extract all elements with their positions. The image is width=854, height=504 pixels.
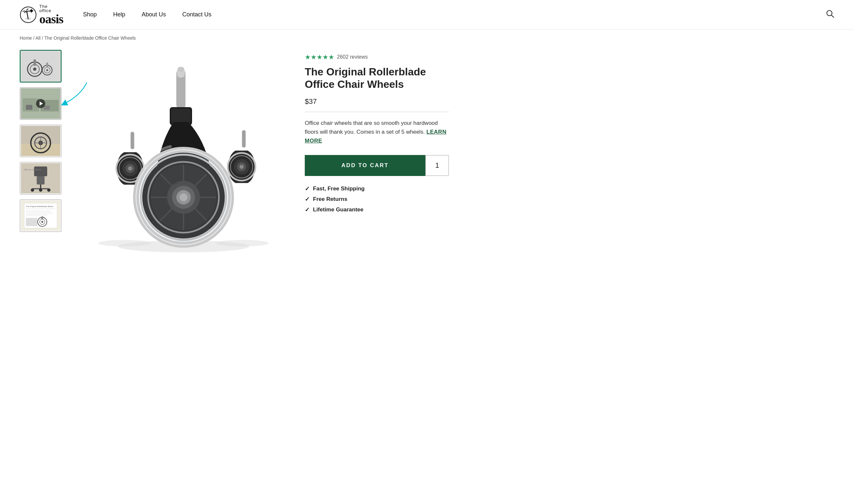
perk-shipping-text: Fast, Free Shipping xyxy=(313,185,365,192)
nav-about[interactable]: About Us xyxy=(142,11,166,18)
svg-rect-71 xyxy=(171,108,191,124)
main-nav: Shop Help About Us Contact Us xyxy=(83,11,826,18)
product-price: $37 xyxy=(305,97,449,106)
breadcrumb-home[interactable]: Home xyxy=(20,35,32,41)
svg-point-60 xyxy=(128,166,132,170)
svg-point-53 xyxy=(98,240,151,247)
perk-returns-text: Free Returns xyxy=(313,196,347,202)
thumbnail-4[interactable]: Safe for all floors. xyxy=(20,162,61,195)
perk-guarantee: ✓ Lifetime Guarantee xyxy=(305,206,449,213)
svg-point-35 xyxy=(31,188,34,192)
svg-rect-69 xyxy=(178,67,184,72)
svg-point-37 xyxy=(47,188,51,192)
breadcrumb: Home / All / The Original Rollerblade Of… xyxy=(0,30,854,47)
thumb-chair-svg: Safe for all floors. xyxy=(21,163,60,193)
svg-rect-17 xyxy=(46,62,48,67)
logo[interactable]: The office oasis xyxy=(20,4,63,25)
desc-text: Office chair wheels that are so smooth y… xyxy=(305,120,438,135)
svg-line-8 xyxy=(831,15,834,17)
product-description: Office chair wheels that are so smooth y… xyxy=(305,119,449,145)
logo-icon xyxy=(20,6,37,23)
svg-rect-50 xyxy=(26,218,37,226)
star-rating: ★★★★★ xyxy=(305,53,334,61)
breadcrumb-current: The Original Rollerblade Office Chair Wh… xyxy=(44,35,136,41)
thumbnail-5[interactable]: The Original Rollerblade Wheel xyxy=(20,199,61,232)
svg-point-16 xyxy=(46,69,48,71)
svg-rect-32 xyxy=(37,176,44,184)
video-overlay xyxy=(20,88,61,119)
review-count: 2602 reviews xyxy=(337,54,368,60)
svg-rect-61 xyxy=(242,130,246,147)
product-title: The Original Rollerblade Office Chair Wh… xyxy=(305,66,449,91)
quantity-display[interactable]: 1 xyxy=(425,155,449,176)
svg-rect-31 xyxy=(34,166,47,176)
main-product-image: oasis xyxy=(72,50,295,259)
logo-the: The xyxy=(39,4,63,8)
thumbnail-list: Safe for all floors. The Original Roller… xyxy=(20,50,62,259)
perk-guarantee-text: Lifetime Guarantee xyxy=(313,206,363,213)
svg-point-0 xyxy=(20,7,36,23)
nav-help[interactable]: Help xyxy=(113,11,125,18)
check-icon-1: ✓ xyxy=(305,185,310,192)
svg-rect-13 xyxy=(33,59,36,66)
svg-point-2 xyxy=(30,10,33,12)
perk-returns: ✓ Free Returns xyxy=(305,196,449,203)
play-button[interactable] xyxy=(36,99,45,108)
thumb-floor-svg xyxy=(21,126,60,156)
perk-shipping: ✓ Fast, Free Shipping xyxy=(305,185,449,192)
check-icon-3: ✓ xyxy=(305,206,310,213)
svg-point-36 xyxy=(39,188,42,192)
stars-row: ★★★★★ 2602 reviews xyxy=(305,53,449,61)
thumbnail-2[interactable] xyxy=(20,87,61,120)
svg-rect-9 xyxy=(21,51,60,81)
svg-point-85 xyxy=(136,150,231,245)
logo-text: The office oasis xyxy=(39,4,63,25)
svg-point-54 xyxy=(216,240,269,247)
svg-text:Safe for all floors.: Safe for all floors. xyxy=(23,168,42,171)
thumbnail-3[interactable] xyxy=(20,125,61,157)
header: The office oasis Shop Help About Us Cont… xyxy=(0,0,854,30)
thumbnail-1[interactable] xyxy=(20,50,61,83)
cart-row: ADD TO CART 1 xyxy=(305,155,449,176)
thumb-wheel-svg-1 xyxy=(21,51,60,81)
price-divider xyxy=(305,112,449,112)
product-area: Safe for all floors. The Original Roller… xyxy=(0,47,854,279)
svg-point-48 xyxy=(41,221,43,223)
breadcrumb-all[interactable]: All xyxy=(35,35,41,41)
search-icon[interactable] xyxy=(826,10,834,20)
logo-oasis: oasis xyxy=(39,13,63,25)
thumb-info-svg: The Original Rollerblade Wheel xyxy=(21,201,60,231)
svg-point-66 xyxy=(239,165,243,169)
svg-point-12 xyxy=(33,68,36,71)
main-wheel-illustration: oasis xyxy=(72,50,295,259)
perks-list: ✓ Fast, Free Shipping ✓ Free Returns ✓ L… xyxy=(305,185,449,213)
check-icon-2: ✓ xyxy=(305,196,310,203)
product-info: ★★★★★ 2602 reviews The Original Rollerbl… xyxy=(305,50,449,259)
svg-text:The Original Rollerblade Wheel: The Original Rollerblade Wheel xyxy=(26,205,53,208)
svg-rect-49 xyxy=(41,216,43,219)
add-to-cart-button[interactable]: ADD TO CART xyxy=(305,155,425,176)
svg-rect-55 xyxy=(130,132,134,149)
nav-contact[interactable]: Contact Us xyxy=(182,11,211,18)
nav-shop[interactable]: Shop xyxy=(83,11,97,18)
